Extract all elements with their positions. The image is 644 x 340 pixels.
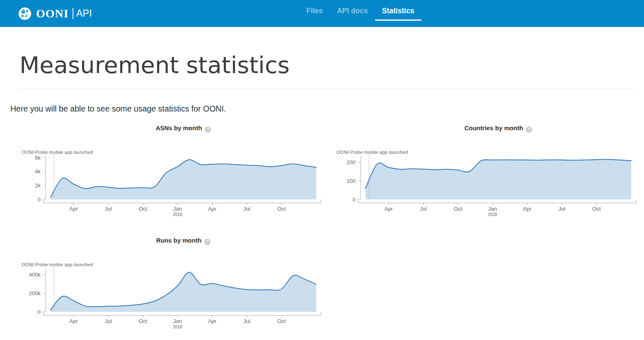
asns-area-chart: OONI Probe mobile app launched02k4k6kApr… — [17, 149, 321, 222]
area-chart-svg: OONI Probe mobile app launched0100200Apr… — [332, 149, 636, 222]
svg-text:Jan: Jan — [173, 206, 182, 212]
svg-text:6k: 6k — [35, 154, 41, 160]
svg-text:0: 0 — [353, 196, 356, 202]
chart-title: ASNs by month — [156, 124, 202, 131]
svg-text:Jan: Jan — [173, 318, 182, 324]
svg-text:2018: 2018 — [173, 212, 182, 217]
page-title: Measurement statistics — [19, 52, 644, 78]
chart-title-row: Countries by month? — [361, 124, 636, 133]
area-chart-svg: OONI Probe mobile app launched0200k400kA… — [17, 262, 321, 334]
svg-text:Apr: Apr — [523, 206, 532, 212]
chart-title-row: Runs by month? — [46, 237, 321, 245]
chart-countries-by-month: Countries by month? OONI Probe mobile ap… — [332, 124, 636, 222]
intro-text: Here you will be able to see some usage … — [10, 104, 644, 114]
y-axis: 0100200 — [346, 156, 361, 203]
countries-area-chart: OONI Probe mobile app launched0100200Apr… — [332, 149, 636, 222]
svg-text:2018: 2018 — [488, 212, 497, 217]
brand-divider — [73, 8, 73, 19]
svg-text:Apr: Apr — [208, 206, 217, 212]
launch-annotation-label: OONI Probe mobile app launched — [22, 262, 93, 267]
runs-area-chart: OONI Probe mobile app launched0200k400kA… — [17, 262, 321, 334]
svg-text:Jul: Jul — [420, 206, 427, 212]
svg-text:200: 200 — [346, 159, 356, 165]
help-icon[interactable]: ? — [526, 126, 532, 133]
main-content: Measurement statistics Here you will be … — [0, 52, 644, 334]
svg-text:Apr: Apr — [70, 206, 78, 212]
svg-text:2k: 2k — [35, 182, 41, 188]
area-chart-svg: OONI Probe mobile app launched02k4k6kApr… — [17, 149, 321, 222]
svg-text:Apr: Apr — [70, 318, 78, 324]
svg-text:100: 100 — [346, 177, 356, 184]
svg-text:0: 0 — [38, 308, 41, 315]
svg-text:Oct: Oct — [139, 318, 148, 324]
svg-text:Jul: Jul — [243, 206, 250, 212]
chart-title: Runs by month — [156, 237, 201, 244]
chart-title: Countries by month — [465, 124, 523, 131]
help-icon[interactable]: ? — [204, 239, 211, 245]
main-nav: Files API docs Statistics — [299, 0, 421, 27]
svg-text:Jan: Jan — [488, 206, 497, 212]
title-divider — [19, 89, 634, 89]
chart-title-row: ASNs by month? — [46, 124, 321, 133]
svg-text:Apr: Apr — [208, 318, 217, 324]
charts-grid: ASNs by month? OONI Probe mobile app lau… — [17, 124, 644, 334]
svg-text:Oct: Oct — [454, 206, 462, 212]
launch-annotation-label: OONI Probe mobile app launched — [22, 150, 93, 155]
help-icon[interactable]: ? — [205, 126, 211, 133]
area-fill — [51, 160, 316, 199]
x-axis: AprJulOctJan2018AprJulOct — [43, 199, 321, 217]
y-axis: 0200k400k — [29, 269, 46, 315]
svg-text:200k: 200k — [29, 290, 41, 296]
nav-item-api-docs[interactable]: API docs — [330, 0, 375, 27]
chart-runs-by-month: Runs by month? OONI Probe mobile app lau… — [17, 237, 321, 334]
x-axis: AprJulOctJan2018AprJulOct — [358, 199, 636, 217]
svg-text:4k: 4k — [35, 168, 41, 175]
svg-text:Oct: Oct — [592, 206, 601, 212]
brand-suffix: API — [76, 8, 92, 19]
nav-item-statistics[interactable]: Statistics — [375, 0, 421, 27]
svg-text:400k: 400k — [29, 271, 41, 277]
chart-asns-by-month: ASNs by month? OONI Probe mobile app lau… — [17, 124, 321, 222]
y-axis: 02k4k6k — [35, 154, 46, 202]
area-fill — [366, 159, 631, 199]
svg-text:0: 0 — [38, 196, 41, 202]
app-header: OONI API Files API docs Statistics — [0, 0, 644, 27]
svg-text:Apr: Apr — [385, 206, 393, 212]
svg-text:Oct: Oct — [277, 206, 286, 212]
svg-text:Oct: Oct — [277, 318, 286, 324]
ooni-octopus-logo-icon[interactable] — [18, 7, 31, 20]
svg-text:Jul: Jul — [243, 318, 250, 324]
svg-text:Jul: Jul — [105, 206, 112, 212]
nav-item-files[interactable]: Files — [299, 0, 330, 27]
svg-text:2018: 2018 — [173, 325, 182, 329]
x-axis: AprJulOctJan2018AprJulOct — [43, 312, 321, 329]
svg-text:Oct: Oct — [139, 206, 148, 212]
brand-name: OONI — [36, 7, 69, 20]
svg-text:Jul: Jul — [105, 318, 112, 324]
svg-text:Jul: Jul — [558, 206, 565, 212]
launch-annotation-label: OONI Probe mobile app launched — [337, 150, 408, 155]
